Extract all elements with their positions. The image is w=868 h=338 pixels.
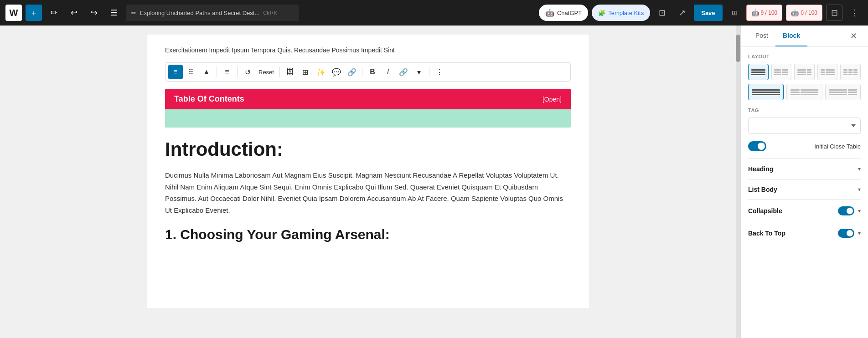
preview-external-button[interactable]: ↗	[674, 5, 690, 21]
toolbar-separator-2	[237, 67, 238, 77]
image-button[interactable]: 🖼	[283, 65, 297, 79]
move-up-button[interactable]: ▲	[199, 65, 214, 79]
list-view-button[interactable]: ☰	[106, 5, 122, 21]
comment-button[interactable]: 💬	[329, 65, 344, 79]
back-to-top-chevron-icon: ▾	[858, 230, 861, 236]
ai-icon-1: 🤖	[751, 9, 759, 16]
preview-responsive-button[interactable]: ⊡	[654, 5, 670, 21]
document-title[interactable]: ✏ Exploring Uncharted Paths and Secret D…	[126, 5, 299, 21]
ai-counter-1: 🤖 9 / 100	[746, 5, 783, 21]
layout-option-7[interactable]	[786, 84, 822, 100]
align-button[interactable]: ≡	[220, 65, 234, 79]
list-body-chevron-icon: ▾	[858, 186, 861, 193]
panel-tabs: Post Block ✕	[741, 26, 868, 46]
layout-option-8[interactable]	[825, 84, 861, 100]
add-block-button[interactable]: ＋	[26, 5, 42, 21]
pen-icon: ✏	[131, 10, 136, 16]
article-header-text: Exercitationem Impedit Ipsum Tempora Qui…	[165, 46, 571, 55]
chatgpt-label: ChatGPT	[557, 10, 582, 16]
link-button[interactable]: 🔗	[396, 65, 411, 79]
body-text: Ducimus Nulla Minima Laboriosam Aut Magn…	[165, 169, 571, 216]
layout-grid-row1	[748, 64, 861, 80]
template-kits-icon: 🧩	[598, 10, 605, 16]
share-button[interactable]: 🔗	[345, 65, 359, 79]
layout-option-1[interactable]	[748, 64, 769, 80]
block-toolbar: ≡ ⠿ ▲ ≡ ↺ Reset 🖼 ⊞ ✨ 💬 🔗 B I 🔗 ▾	[165, 62, 571, 82]
right-panel: Post Block ✕ Layout	[740, 26, 868, 338]
initial-close-table-toggle[interactable]	[748, 141, 766, 151]
toolbar-separator-1	[217, 67, 217, 77]
layout-option-6[interactable]	[748, 84, 784, 100]
toc-open-label[interactable]: [Open]	[542, 96, 562, 103]
initial-close-table-label: Initial Close Table	[814, 143, 861, 150]
heading-section[interactable]: Heading ▾	[748, 159, 861, 179]
editor-scrollbar[interactable]	[736, 26, 740, 338]
redo-button[interactable]: ↪	[86, 5, 102, 21]
bold-button[interactable]: B	[365, 65, 380, 79]
collapsible-section[interactable]: Collapsible ▾	[748, 200, 861, 222]
grid-button[interactable]: ⊞	[298, 65, 313, 79]
drag-handle[interactable]: ⠿	[184, 65, 198, 79]
chatgpt-button[interactable]: 🤖 ChatGPT	[539, 5, 588, 21]
collapsible-toggle[interactable]	[838, 206, 854, 215]
wordpress-logo: W	[5, 5, 22, 21]
collapsible-chevron-icon: ▾	[858, 208, 861, 214]
list-body-section-title: List Body	[748, 186, 777, 193]
chatgpt-icon: 🤖	[545, 9, 554, 17]
template-kits-button[interactable]: 🧩 Template Kits	[592, 5, 650, 21]
shortcut-hint: Ctrl+K	[263, 10, 277, 15]
ai-counter-1-text: 9 / 100	[761, 10, 778, 16]
layout-option-5[interactable]	[840, 64, 861, 80]
panel-body: Layout	[741, 46, 868, 338]
top-bar: W ＋ ✏ ↩ ↪ ☰ ✏ Exploring Uncharted Paths …	[0, 0, 868, 26]
more-options-arrow[interactable]: ▾	[412, 65, 426, 79]
tab-post[interactable]: Post	[748, 26, 775, 46]
back-to-top-section-title: Back To Top	[748, 230, 785, 237]
back-to-top-section-right: ▾	[838, 229, 861, 238]
toc-body	[165, 109, 571, 128]
panel-toggle-button[interactable]: ⊟	[826, 5, 842, 21]
tab-block[interactable]: Block	[775, 26, 807, 46]
editor-area[interactable]: Exercitationem Impedit Ipsum Tempora Qui…	[0, 26, 736, 338]
collapsible-section-title: Collapsible	[748, 207, 782, 215]
scrollbar-thumb	[736, 35, 740, 62]
toolbar-separator-4	[362, 67, 362, 77]
document-title-text: Exploring Uncharted Paths and Secret Des…	[140, 10, 259, 16]
tag-section: TAG H1 H2 H3 H4 H5 H6 p	[748, 108, 861, 134]
list-body-section-right: ▾	[858, 186, 861, 193]
initial-close-table-row: Initial Close Table	[748, 141, 861, 151]
save-button[interactable]: Save	[694, 5, 722, 21]
intro-heading: Introduction:	[165, 138, 571, 160]
back-to-top-toggle[interactable]	[838, 229, 854, 238]
layout-option-2[interactable]	[771, 64, 792, 80]
layout-grid-row2	[748, 84, 861, 100]
block-type-button[interactable]: ≡	[168, 65, 183, 79]
heading-chevron-icon: ▾	[858, 166, 861, 172]
toolbar-separator-3	[279, 67, 280, 77]
layout-option-4[interactable]	[817, 64, 838, 80]
editor-content: Exercitationem Impedit Ipsum Tempora Qui…	[147, 35, 589, 308]
layout-label: Layout	[748, 54, 861, 59]
ai-counter-2-text: 0 / 100	[801, 10, 817, 16]
toc-block: Table Of Contents [Open]	[165, 89, 571, 128]
toc-header: Table Of Contents [Open]	[165, 89, 571, 109]
layout-option-3[interactable]	[794, 64, 815, 80]
tag-select[interactable]: H1 H2 H3 H4 H5 H6 p	[748, 118, 861, 134]
back-to-top-section[interactable]: Back To Top ▾	[748, 222, 861, 244]
tools-button[interactable]: ✏	[46, 5, 62, 21]
tag-label: TAG	[748, 108, 861, 113]
italic-button[interactable]: I	[381, 65, 395, 79]
reset-label[interactable]: Reset	[256, 69, 277, 76]
undo-button[interactable]: ↩	[66, 5, 82, 21]
layout-section: Layout	[748, 54, 861, 100]
toolbar-separator-5	[429, 67, 429, 77]
ai-assist-button[interactable]: ✨	[314, 65, 328, 79]
panel-close-button[interactable]: ✕	[847, 26, 861, 46]
list-body-section[interactable]: List Body ▾	[748, 179, 861, 200]
main-layout: Exercitationem Impedit Ipsum Tempora Qui…	[0, 26, 868, 338]
reset-button[interactable]: ↺	[240, 65, 255, 79]
collapsible-section-right: ▾	[838, 206, 861, 215]
editor-layout-button[interactable]: ⊞	[726, 5, 743, 21]
options-menu-button[interactable]: ⋮	[846, 5, 863, 21]
more-menu-button[interactable]: ⋮	[432, 65, 447, 79]
